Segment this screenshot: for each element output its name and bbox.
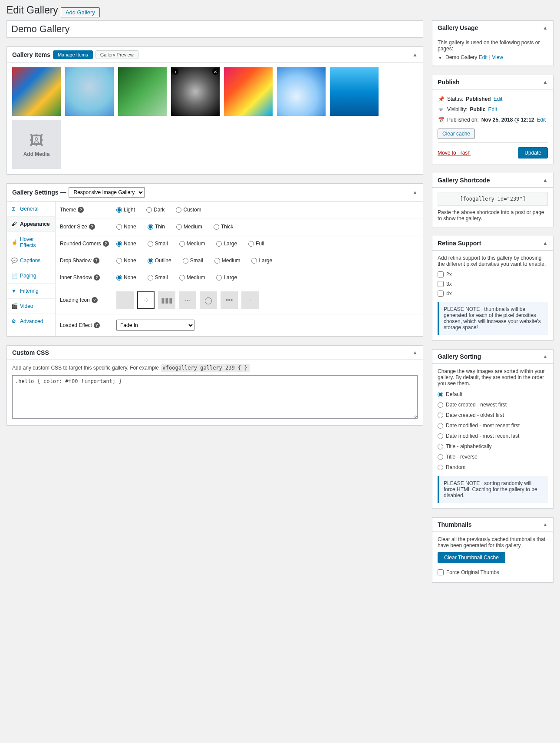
tab-manage-items[interactable]: Manage Items bbox=[53, 50, 93, 59]
sorting-radio[interactable] bbox=[438, 423, 443, 429]
radio-rounded-medium[interactable]: Medium bbox=[179, 241, 205, 247]
clear-cache-button[interactable]: Clear cache bbox=[438, 129, 475, 139]
radio-border-none[interactable]: None bbox=[116, 224, 136, 230]
settings-tab-hover[interactable]: ☝Hover Effects bbox=[7, 232, 55, 253]
radio-dropshadow-small[interactable]: Small bbox=[183, 258, 203, 264]
help-icon[interactable]: ? bbox=[94, 322, 100, 328]
gallery-title-input[interactable] bbox=[7, 20, 423, 38]
radio-theme-dark[interactable]: Dark bbox=[146, 207, 165, 213]
radio-border-medium[interactable]: Medium bbox=[176, 224, 202, 230]
close-icon[interactable]: ✕ bbox=[212, 69, 218, 75]
loader-option-blank[interactable] bbox=[116, 291, 134, 309]
retina-2x-checkbox[interactable] bbox=[438, 271, 444, 277]
collapse-icon[interactable]: ▲ bbox=[543, 79, 548, 85]
loader-option-ring[interactable]: ◯ bbox=[200, 291, 217, 309]
gallery-items-box: Gallery Items Manage Items Gallery Previ… bbox=[7, 46, 423, 175]
usage-view-link[interactable]: View bbox=[492, 54, 503, 60]
settings-tab-general[interactable]: ⊞General bbox=[7, 201, 55, 217]
loader-option-dots[interactable]: ⋯ bbox=[179, 291, 196, 309]
settings-tab-advanced[interactable]: ⚙Advanced bbox=[7, 314, 55, 329]
usage-edit-link[interactable]: Edit bbox=[479, 54, 488, 60]
loader-option-dots-circle[interactable]: ⁘ bbox=[137, 291, 155, 309]
loader-option-bars[interactable]: ▮▮▮ bbox=[158, 291, 175, 309]
help-icon[interactable]: ? bbox=[92, 297, 98, 303]
add-gallery-button[interactable]: Add Gallery bbox=[61, 7, 100, 17]
collapse-icon[interactable]: ▲ bbox=[412, 52, 418, 58]
help-icon[interactable]: ? bbox=[78, 207, 84, 213]
retina-3x-checkbox[interactable] bbox=[438, 281, 444, 287]
update-button[interactable]: Update bbox=[518, 147, 548, 159]
collapse-icon[interactable]: ▲ bbox=[543, 240, 548, 246]
settings-tab-paging[interactable]: 📄Paging bbox=[7, 268, 55, 284]
collapse-icon[interactable]: ▲ bbox=[543, 522, 548, 528]
gallery-thumb-3[interactable] bbox=[118, 67, 167, 116]
radio-dropshadow-large[interactable]: Large bbox=[251, 258, 272, 264]
radio-rounded-large[interactable]: Large bbox=[216, 241, 237, 247]
info-icon[interactable]: i bbox=[172, 69, 178, 75]
radio-rounded-none[interactable]: None bbox=[116, 241, 136, 247]
shortcode-code[interactable]: [foogallery id="239"] bbox=[438, 192, 548, 206]
radio-border-thick[interactable]: Thick bbox=[214, 224, 234, 230]
help-icon[interactable]: ? bbox=[89, 224, 95, 230]
published-edit-link[interactable]: Edit bbox=[537, 117, 546, 123]
gallery-template-select[interactable]: Responsive Image Gallery bbox=[69, 187, 145, 198]
sorting-radio[interactable] bbox=[438, 454, 443, 460]
radio-theme-light[interactable]: Light bbox=[116, 207, 135, 213]
clear-thumbnail-cache-button[interactable]: Clear Thumbnail Cache bbox=[438, 552, 505, 563]
settings-tab-filtering[interactable]: ▼Filtering bbox=[7, 284, 55, 299]
sorting-radio[interactable] bbox=[438, 392, 443, 397]
gallery-thumb-4[interactable]: i ✕ bbox=[171, 67, 220, 116]
radio-theme-custom[interactable]: Custom bbox=[176, 207, 201, 213]
radio-innershadow-none[interactable]: None bbox=[116, 274, 136, 281]
help-icon[interactable]: ? bbox=[94, 274, 100, 281]
help-icon[interactable]: ? bbox=[93, 258, 99, 264]
custom-css-textarea[interactable] bbox=[12, 375, 418, 419]
radio-dropshadow-outline[interactable]: Outline bbox=[148, 258, 171, 264]
collapse-icon[interactable]: ▲ bbox=[412, 189, 418, 195]
settings-tab-video[interactable]: 🎬Video bbox=[7, 299, 55, 314]
collapse-icon[interactable]: ▲ bbox=[412, 350, 418, 356]
add-media-button[interactable]: 🖼 Add Media bbox=[12, 120, 61, 169]
force-original-thumbs-checkbox[interactable] bbox=[438, 569, 444, 575]
gallery-thumb-6[interactable] bbox=[277, 67, 326, 116]
sorting-radio[interactable] bbox=[438, 465, 443, 470]
sorting-radio[interactable] bbox=[438, 413, 443, 418]
gallery-thumb-5[interactable] bbox=[224, 67, 273, 116]
radio-border-thin[interactable]: Thin bbox=[148, 224, 165, 230]
shortcode-heading: Gallery Shortcode bbox=[438, 177, 490, 184]
move-to-trash-link[interactable]: Move to Trash bbox=[438, 150, 471, 156]
radio-rounded-full[interactable]: Full bbox=[248, 241, 264, 247]
loader-option-ellipsis[interactable]: ••• bbox=[221, 291, 238, 309]
tab-gallery-preview[interactable]: Gallery Preview bbox=[96, 50, 138, 59]
loaded-effect-select[interactable]: Fade In bbox=[116, 320, 194, 331]
publish-box: Publish ▲ 📌Status: Published Edit 👁Visib… bbox=[432, 75, 553, 164]
collapse-icon[interactable]: ▲ bbox=[543, 25, 548, 31]
radio-rounded-small[interactable]: Small bbox=[148, 241, 168, 247]
gallery-usage-box: Gallery Usage ▲ This gallery is used on … bbox=[432, 20, 553, 66]
loader-option-dot[interactable]: · bbox=[241, 291, 259, 309]
collapse-icon[interactable]: ▲ bbox=[543, 177, 548, 183]
gallery-items-heading: Gallery Items bbox=[12, 51, 50, 58]
radio-innershadow-medium[interactable]: Medium bbox=[179, 274, 205, 281]
setting-dropshadow: Drop Shadow? None Outline Small Medium L… bbox=[56, 252, 423, 269]
gallery-thumb-2[interactable] bbox=[65, 67, 114, 116]
radio-innershadow-large[interactable]: Large bbox=[216, 274, 237, 281]
gallery-thumb-1[interactable] bbox=[12, 67, 61, 116]
settings-tab-appearance[interactable]: 🖌Appearance bbox=[7, 217, 55, 232]
sorting-radio[interactable] bbox=[438, 433, 443, 439]
radio-dropshadow-medium[interactable]: Medium bbox=[214, 258, 240, 264]
visibility-edit-link[interactable]: Edit bbox=[488, 106, 497, 112]
pin-icon: 📌 bbox=[438, 96, 445, 102]
status-edit-link[interactable]: Edit bbox=[494, 96, 503, 102]
radio-dropshadow-none[interactable]: None bbox=[116, 258, 136, 264]
collapse-icon[interactable]: ▲ bbox=[543, 353, 548, 360]
sorting-radio[interactable] bbox=[438, 444, 443, 449]
gallery-thumb-7[interactable] bbox=[330, 67, 379, 116]
thumbnails-box: Thumbnails ▲ Clear all the previously ca… bbox=[432, 517, 553, 583]
retina-4x-checkbox[interactable] bbox=[438, 291, 444, 297]
settings-tab-captions[interactable]: 💬Captions bbox=[7, 253, 55, 268]
radio-innershadow-small[interactable]: Small bbox=[148, 274, 168, 281]
media-icon: 🖼 bbox=[30, 132, 43, 149]
help-icon[interactable]: ? bbox=[103, 241, 109, 247]
sorting-radio[interactable] bbox=[438, 402, 443, 408]
